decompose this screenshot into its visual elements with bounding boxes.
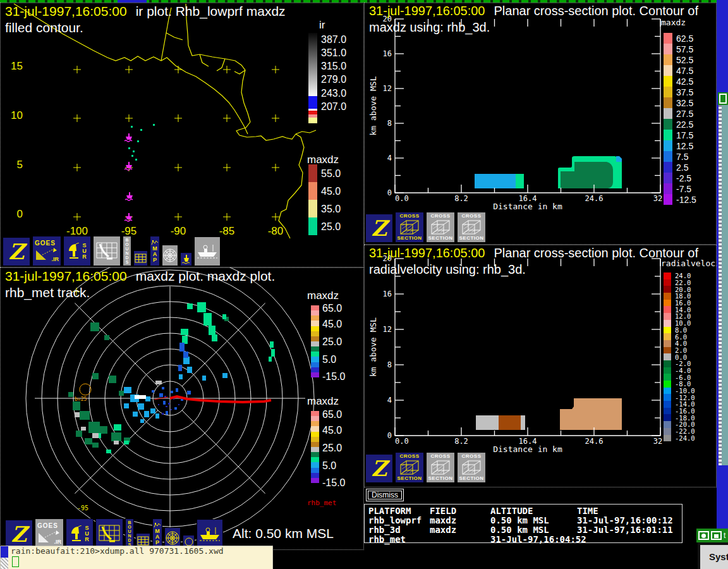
window-resize-border[interactable] [719, 105, 722, 465]
radar-echo [168, 403, 170, 405]
map-button[interactable]: MAP [150, 236, 160, 266]
zeb-logo-button[interactable]: Z [5, 520, 33, 549]
colorbar-entry: -7.5 [664, 183, 696, 194]
colorbar-swatch [311, 442, 319, 447]
radar-grid-button[interactable] [93, 236, 121, 266]
table-cell: TIME [577, 506, 598, 516]
zeb-logo-button[interactable]: Z [365, 454, 393, 483]
dismiss-button[interactable]: Dismiss [366, 489, 404, 501]
svg-text:b=25: b=25 [75, 396, 87, 402]
z-logo-icon: Z [372, 216, 387, 240]
background-window-titlebar-fragment[interactable] [718, 92, 728, 105]
grid-button[interactable] [133, 250, 148, 266]
colorbar-entry: 52.5 [664, 54, 696, 65]
cross-section-button-3[interactable]: CROSSSECTION [457, 212, 486, 243]
radar-echo [150, 408, 155, 413]
svg-text:4: 4 [387, 396, 392, 405]
radar-echo [270, 341, 274, 348]
colorbar-swatch [311, 473, 319, 478]
button-label: BOUNDS [128, 520, 131, 547]
radar-echo [162, 387, 164, 389]
colorbar-value: 37.5 [676, 87, 693, 97]
buoy-marker [124, 162, 132, 170]
table-cell: 31-Jul-97,16:04:52 [490, 535, 577, 544]
bounds-button[interactable]: BOUNDS [123, 236, 131, 266]
radar-echo [174, 407, 177, 410]
ship-track [170, 396, 271, 402]
colorbar-swatch [311, 321, 319, 326]
cross-section-button-3[interactable]: CROSSSECTION [457, 452, 486, 483]
map-icon [154, 522, 161, 529]
colorbar-value: 25.0 [321, 221, 341, 233]
svg-text:4: 4 [387, 154, 392, 162]
radar-echo [73, 401, 80, 410]
altitude-readout: Alt: 0.50 km MSL [233, 526, 334, 541]
window-menu-icon[interactable] [698, 531, 709, 540]
radar-echo [140, 419, 144, 423]
goes-ir-button[interactable]: GOES.IR [32, 236, 61, 266]
bounds-button[interactable]: BOUNDS [125, 518, 134, 549]
ship-button[interactable] [197, 519, 223, 549]
colorbar-value: 315.0 [321, 61, 346, 72]
colorbar-swatch [311, 352, 319, 357]
radar-echo [124, 403, 129, 408]
cross-section-button-2[interactable]: CROSSSECTION [426, 212, 455, 243]
map-button[interactable]: MAP [152, 518, 162, 549]
grid-icon [135, 254, 147, 263]
timestamp: 31-jul-1997,16:05:00 [5, 4, 127, 18]
track-platform-label: rhb_met [307, 499, 336, 507]
zeb-logo-button[interactable]: Z [365, 214, 393, 243]
colorbar-swatch [311, 362, 319, 367]
panel-xsec-maxdz: 2016128400.08.216.424.632Distance in kmk… [364, 3, 717, 245]
ship-button[interactable] [194, 236, 221, 266]
window-document-icon[interactable] [711, 531, 722, 540]
colorbar-value: 17.5 [676, 130, 693, 140]
colorbar-value: 22.5 [676, 119, 693, 130]
colorbar-value: 351.0 [321, 47, 346, 59]
zeb-logo-button[interactable]: Z [3, 237, 30, 266]
buoy-button[interactable] [180, 252, 192, 266]
radar-grid-button[interactable] [95, 518, 123, 549]
panel-xsec-radialvelocity: 2016128400.08.216.424.632Distance in kmk… [364, 245, 717, 487]
colorbar-value: 2.5 [676, 162, 688, 173]
goes-ir-button[interactable]: GOES.IR [35, 518, 64, 549]
button-label: MAP [155, 529, 160, 546]
surveillance-radar-button[interactable]: SUR [63, 236, 91, 266]
radar-echo [181, 329, 188, 335]
buoy-icon [181, 254, 191, 264]
svg-text:Distance in km: Distance in km [493, 202, 562, 211]
radar-echo [85, 438, 92, 444]
terminal-window[interactable]: rain:beaufait:210>xdump.all 970731.1605.… [0, 546, 273, 569]
terminal-scrollbar-thumb[interactable] [1, 546, 8, 558]
z-logo-icon: Z [372, 456, 387, 480]
ir-colorbar-ramp [308, 33, 317, 123]
radar-echo [222, 373, 228, 378]
radar-echo [222, 314, 226, 319]
corner-window-titlebar[interactable]: t [696, 529, 728, 542]
radar-dish-icon [68, 243, 80, 259]
surveillance-radar-button[interactable]: SUR [66, 518, 94, 549]
cross-section-button-1[interactable]: CROSSSECTION [395, 212, 424, 243]
radar-echo [144, 411, 149, 417]
radar-echo [159, 393, 163, 397]
gridradar-icon [95, 242, 118, 260]
table-row: rhb_lowprfmaxdz0.50 km MSL31-Jul-97,16:0… [368, 516, 682, 525]
colorbar-swatch [664, 360, 671, 367]
svg-text:8.2: 8.2 [454, 194, 468, 203]
colorbar-swatch [664, 65, 672, 76]
corner-window-text: Syste [709, 551, 728, 562]
maxdz-colorbar-blocks [308, 164, 317, 235]
radar-echo [203, 313, 212, 326]
table-cell: ALTITUDE [490, 506, 577, 516]
colorbar-swatch [311, 432, 319, 437]
range-rings-button[interactable] [162, 245, 178, 266]
ir-colorbar-label: ir [319, 19, 325, 32]
radialvelocity-colorbar: 24.022.020.018.016.014.012.010.08.06.04.… [664, 272, 695, 441]
cross-section-button-2[interactable]: CROSSSECTION [426, 452, 455, 483]
grid-icon [137, 536, 149, 546]
title-text: Planar cross-section plot. Contour of [494, 4, 698, 18]
colorbar-entry: 17.5 [664, 130, 696, 140]
colorbar-swatch [664, 333, 671, 340]
cross-section-button-1[interactable]: CROSSSECTION [395, 452, 424, 483]
colorbar-swatch [311, 478, 319, 483]
